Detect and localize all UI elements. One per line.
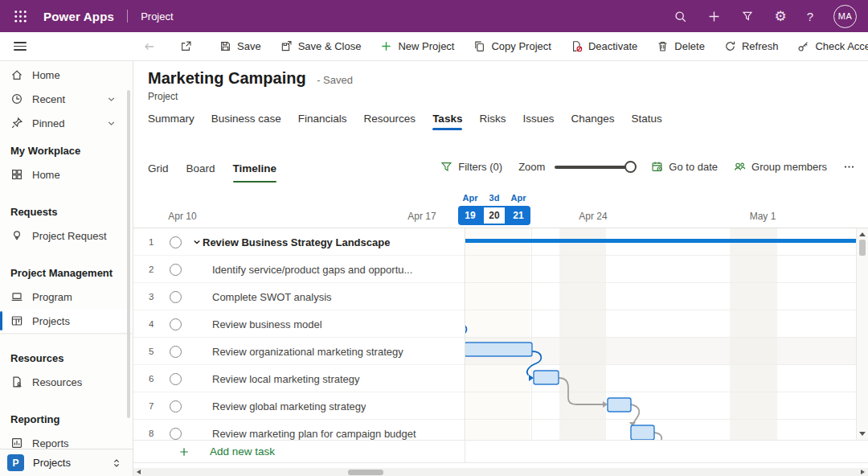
task-row[interactable]: 3 Complete SWOT analysis bbox=[133, 283, 465, 310]
sidebar-hamburger-icon[interactable] bbox=[14, 42, 27, 51]
week-label: Apr 24 bbox=[579, 211, 607, 222]
tab-summary[interactable]: Summary bbox=[148, 113, 194, 130]
horizontal-scrollbar-thumb[interactable] bbox=[348, 470, 383, 475]
save-and-close-button[interactable]: Save & Close bbox=[271, 40, 371, 52]
pin-icon bbox=[10, 117, 23, 129]
copy-project-label: Copy Project bbox=[491, 40, 551, 52]
view-board[interactable]: Board bbox=[186, 162, 215, 183]
zoom-slider[interactable] bbox=[555, 166, 635, 169]
task-status-circle[interactable] bbox=[170, 236, 182, 248]
task-name: Identify service/product gaps and opport… bbox=[212, 264, 412, 276]
task-name: Review global marketing strategy bbox=[212, 400, 366, 412]
sidebar-item-recent[interactable]: Recent bbox=[0, 87, 133, 111]
task-row[interactable]: 7 Review global marketing strategy bbox=[133, 392, 465, 420]
task-status-circle[interactable] bbox=[170, 318, 182, 330]
vertical-scrollbar-thumb[interactable] bbox=[859, 240, 866, 256]
group-members-button[interactable]: Group members bbox=[734, 161, 827, 173]
add-new-task-row[interactable]: Add new task bbox=[133, 440, 868, 463]
gantt-chart-svg[interactable] bbox=[465, 228, 868, 440]
task-status-circle[interactable] bbox=[170, 373, 182, 385]
app-name[interactable]: Project bbox=[141, 10, 173, 23]
horizontal-scrollbar[interactable] bbox=[133, 468, 868, 476]
save-button[interactable]: Save bbox=[210, 40, 271, 52]
sidebar-group-reporting: Reporting bbox=[0, 413, 133, 431]
sidebar-item-program[interactable]: Program bbox=[0, 285, 133, 309]
scroll-down-arrow[interactable] bbox=[859, 432, 866, 436]
tab-issues[interactable]: Issues bbox=[522, 113, 554, 130]
task-row[interactable]: 2 Identify service/product gaps and oppo… bbox=[133, 256, 465, 283]
sidebar-item-label: Projects bbox=[32, 315, 70, 327]
refresh-button[interactable]: Refresh bbox=[714, 40, 788, 52]
date-cell-21[interactable]: 21 bbox=[506, 206, 530, 225]
deactivate-button[interactable]: Deactivate bbox=[561, 40, 647, 52]
record-title: Marketing Campaing bbox=[148, 69, 306, 87]
deactivate-label: Deactivate bbox=[588, 40, 637, 52]
task-row[interactable]: 8 Review marketing plan for campaign bud… bbox=[133, 420, 465, 440]
more-options-icon[interactable] bbox=[843, 161, 855, 173]
task-row[interactable]: 1 Review Business Strategy Landscape bbox=[133, 228, 465, 256]
check-access-button[interactable]: Check Access bbox=[788, 40, 868, 52]
filters-button[interactable]: Filters (0) bbox=[440, 161, 502, 173]
tab-risks[interactable]: Risks bbox=[479, 113, 506, 130]
date-cell-19[interactable]: 19 bbox=[458, 206, 482, 225]
sidebar-item-projects[interactable]: Projects bbox=[0, 309, 133, 333]
task-status-circle[interactable] bbox=[170, 346, 182, 358]
search-icon[interactable] bbox=[674, 10, 687, 23]
tab-tasks[interactable]: Tasks bbox=[432, 113, 462, 130]
tab-resources[interactable]: Resources bbox=[364, 113, 416, 130]
chevrons-up-down-icon[interactable] bbox=[111, 458, 122, 469]
selected-date-range[interactable]: 19 20 21 bbox=[458, 206, 530, 225]
sidebar-item-home[interactable]: Home bbox=[0, 63, 133, 87]
delete-button[interactable]: Delete bbox=[647, 40, 714, 52]
user-avatar[interactable]: MA bbox=[833, 5, 857, 28]
task-row[interactable]: 6 Review local marketing strategy bbox=[133, 365, 465, 392]
settings-gear-icon[interactable]: ⚙ bbox=[774, 10, 786, 23]
timeline-toolbar: Filters (0) Zoom Go to date Group member… bbox=[440, 161, 855, 173]
sidebar-scrollbar[interactable] bbox=[127, 90, 130, 418]
task-status-circle[interactable] bbox=[170, 291, 182, 303]
sidebar-item-label: Resources bbox=[32, 376, 82, 388]
sidebar-item-resources[interactable]: Resources bbox=[0, 370, 133, 394]
tab-status[interactable]: Status bbox=[631, 113, 661, 130]
view-timeline[interactable]: Timeline bbox=[233, 162, 277, 183]
sidebar-item-pinned[interactable]: Pinned bbox=[0, 111, 133, 135]
tab-financials[interactable]: Financials bbox=[298, 113, 347, 130]
new-project-button[interactable]: New Project bbox=[371, 40, 464, 52]
record-tabs: Summary Business case Financials Resourc… bbox=[148, 113, 662, 130]
refresh-label: Refresh bbox=[742, 40, 779, 52]
add-new-task-label[interactable]: Add new task bbox=[210, 445, 275, 458]
collapse-chevron-icon[interactable] bbox=[192, 237, 202, 247]
scroll-left-arrow[interactable] bbox=[137, 470, 141, 474]
task-number: 7 bbox=[133, 401, 154, 411]
task-row[interactable]: 4 Review business model bbox=[133, 310, 465, 338]
people-icon bbox=[734, 161, 746, 173]
task-status-circle[interactable] bbox=[170, 264, 182, 276]
go-to-date-label: Go to date bbox=[669, 161, 718, 173]
chevron-down-icon[interactable] bbox=[106, 94, 117, 105]
sidebar-item-workplace-home[interactable]: Home bbox=[0, 162, 133, 187]
app-launcher-waffle-icon[interactable] bbox=[8, 4, 32, 28]
task-status-circle[interactable] bbox=[170, 400, 182, 412]
back-button[interactable] bbox=[143, 40, 156, 53]
tab-changes[interactable]: Changes bbox=[571, 113, 614, 130]
help-icon[interactable]: ? bbox=[807, 10, 813, 23]
week-label: Apr 10 bbox=[168, 211, 196, 222]
zoom-slider-knob[interactable] bbox=[624, 161, 637, 173]
scroll-right-arrow[interactable] bbox=[861, 470, 865, 474]
go-to-date-button[interactable]: Go to date bbox=[651, 161, 718, 173]
tab-business-case[interactable]: Business case bbox=[211, 113, 281, 130]
open-in-new-window-button[interactable] bbox=[170, 40, 202, 52]
filter-icon[interactable] bbox=[741, 10, 754, 23]
copy-project-button[interactable]: Copy Project bbox=[464, 40, 560, 52]
view-grid[interactable]: Grid bbox=[148, 162, 169, 183]
scroll-up-arrow[interactable] bbox=[859, 232, 866, 236]
chevron-down-icon[interactable] bbox=[106, 118, 117, 129]
environment-switcher[interactable]: P Projects bbox=[0, 449, 133, 476]
sidebar-item-project-request[interactable]: Project Request bbox=[0, 224, 133, 248]
task-status-circle[interactable] bbox=[170, 428, 182, 440]
vertical-scrollbar[interactable] bbox=[856, 228, 868, 440]
brand-title[interactable]: Power Apps bbox=[43, 10, 114, 23]
task-row[interactable]: 5 Review organizational marketing strate… bbox=[133, 338, 465, 365]
date-cell-20[interactable]: 20 bbox=[482, 206, 506, 225]
quick-create-plus-icon[interactable] bbox=[707, 10, 721, 23]
